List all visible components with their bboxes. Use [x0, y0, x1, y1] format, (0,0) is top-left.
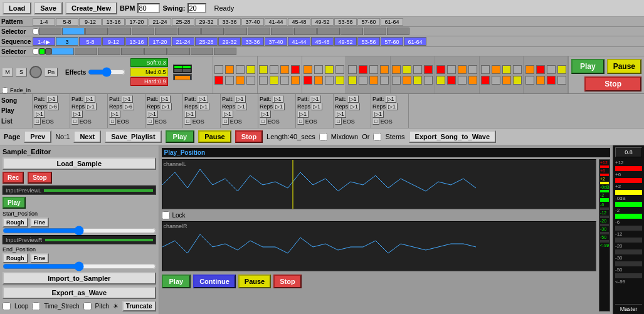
- sel-2[interactable]: [62, 28, 85, 35]
- pan-knob[interactable]: [29, 66, 42, 78]
- sel-16[interactable]: [387, 28, 409, 35]
- seq-cell-8[interactable]: 25-28: [195, 37, 218, 46]
- seq-cell-12[interactable]: 41-44: [288, 37, 310, 46]
- b6[interactable]: [225, 76, 234, 85]
- seq-cell-15[interactable]: 53-56: [357, 37, 380, 46]
- play-button-top[interactable]: Play: [571, 59, 604, 74]
- pat-cell-15[interactable]: 57-60: [357, 18, 380, 26]
- save-button[interactable]: Save: [34, 2, 63, 14]
- start-pos-slider[interactable]: [3, 228, 156, 233]
- sel2-8[interactable]: [214, 48, 236, 55]
- seq-cell-9[interactable]: 29-32: [218, 37, 241, 46]
- sel-8[interactable]: [201, 28, 224, 35]
- pat-cell-11[interactable]: 41-44: [265, 18, 287, 26]
- pat-cell-5[interactable]: 17-20: [125, 18, 148, 26]
- sel2-7[interactable]: [191, 48, 213, 55]
- sel-10[interactable]: [248, 28, 270, 35]
- load-button[interactable]: Load: [3, 2, 31, 14]
- sel-12[interactable]: [294, 28, 317, 35]
- b2[interactable]: [225, 65, 234, 74]
- stop-button-top[interactable]: Stop: [584, 76, 641, 92]
- pat-cell-9[interactable]: 33-36: [218, 18, 241, 26]
- sel-4[interactable]: [108, 28, 131, 35]
- eos-btn[interactable]: □: [34, 118, 41, 125]
- end-pos-slider[interactable]: [3, 264, 156, 269]
- seq-cell-14[interactable]: 49-52: [334, 37, 357, 46]
- bpm-input[interactable]: [137, 3, 160, 13]
- pat-cell-1[interactable]: 1-4: [33, 18, 55, 26]
- sel-11[interactable]: [271, 28, 293, 35]
- patt-arrow[interactable]: ▷1: [46, 95, 58, 103]
- rec-button[interactable]: Rec: [3, 172, 24, 184]
- pitch-checkbox[interactable]: [83, 302, 92, 310]
- pat-cell-2[interactable]: 5-8: [56, 18, 78, 26]
- seq-cell-1[interactable]: 1-4▶: [33, 37, 55, 46]
- stems-checkbox[interactable]: [373, 133, 381, 141]
- seq-cell-17[interactable]: 61-64: [404, 37, 426, 46]
- pat-cell-10[interactable]: 37-40: [241, 18, 264, 26]
- stop-bottom-button[interactable]: Stop: [273, 275, 301, 288]
- b5[interactable]: [214, 76, 223, 85]
- next-button[interactable]: Next: [73, 130, 101, 143]
- selector-checkbox-2[interactable]: [33, 48, 39, 55]
- pat-cell-3[interactable]: 9-12: [79, 18, 102, 26]
- soft-button[interactable]: Soft:0.3: [130, 58, 168, 67]
- hard-button[interactable]: Hard:0.9: [130, 77, 168, 86]
- patt2[interactable]: ▷1: [84, 95, 95, 103]
- sel-6[interactable]: [155, 28, 177, 35]
- reps-val[interactable]: ▷6: [48, 103, 59, 110]
- s-button[interactable]: S: [16, 68, 27, 76]
- sel-13[interactable]: [317, 28, 340, 35]
- selector-checkbox-1[interactable]: [33, 28, 39, 34]
- seq-cell-11[interactable]: 37-40: [265, 37, 287, 46]
- sel-3[interactable]: [85, 28, 108, 35]
- m-button[interactable]: M: [2, 68, 13, 76]
- sel-14[interactable]: [340, 28, 363, 35]
- play-val[interactable]: ▷1: [34, 110, 45, 118]
- seq-cell-2[interactable]: 3: [56, 37, 78, 46]
- pat-cell-16[interactable]: 61-64: [381, 18, 403, 26]
- sel-9[interactable]: [224, 28, 247, 35]
- seq-cell-7[interactable]: 21-24: [172, 37, 194, 46]
- truncate-button[interactable]: Truncate: [122, 301, 156, 311]
- pat-cell-4[interactable]: 13-16: [102, 18, 125, 26]
- pause-button-top[interactable]: Pause: [607, 59, 641, 74]
- pat-cell-7[interactable]: 25-28: [172, 18, 194, 26]
- seq-cell-5[interactable]: 13-16: [125, 37, 148, 46]
- export-wave-button[interactable]: Export_as_Wave: [3, 286, 156, 299]
- page-stop-button[interactable]: Stop: [235, 130, 263, 143]
- pat-cell-6[interactable]: 21-24: [149, 18, 171, 26]
- b4[interactable]: [246, 65, 255, 74]
- pat-cell-14[interactable]: 53-56: [334, 18, 357, 26]
- import-button[interactable]: Import_to_Sampler: [3, 272, 156, 285]
- play-button-se[interactable]: Play: [3, 197, 26, 209]
- lock-checkbox[interactable]: [162, 211, 170, 219]
- seq-cell-3[interactable]: 5-8: [79, 37, 102, 46]
- seq-cell-13[interactable]: 45-48: [311, 37, 334, 46]
- mixdown-checkbox[interactable]: [319, 133, 327, 141]
- play-bottom-button[interactable]: Play: [162, 275, 191, 288]
- pan-button[interactable]: Pn: [45, 68, 58, 76]
- loop-checkbox[interactable]: [3, 302, 11, 310]
- b3[interactable]: [236, 65, 245, 74]
- fade-in-checkbox[interactable]: [2, 87, 8, 93]
- export-song-button[interactable]: Export_Song_to_Wave: [409, 130, 496, 143]
- sel-1[interactable]: [39, 28, 61, 35]
- sel-5[interactable]: [132, 28, 154, 35]
- play2[interactable]: ▷1: [71, 110, 83, 118]
- page-play-button[interactable]: Play: [166, 130, 195, 143]
- prev-button[interactable]: Prev: [24, 130, 51, 143]
- sel2-3[interactable]: [98, 48, 120, 55]
- pat-cell-8[interactable]: 29-32: [195, 18, 218, 26]
- sel2-6[interactable]: [167, 48, 190, 55]
- pat-cell-12[interactable]: 45-48: [288, 18, 310, 26]
- seq-cell-16[interactable]: 57-60: [381, 37, 403, 46]
- pause-bottom-button[interactable]: Pause: [238, 275, 271, 288]
- sel2-2[interactable]: [75, 48, 97, 55]
- sel2-1[interactable]: [51, 48, 74, 55]
- b7[interactable]: [236, 76, 245, 85]
- save-playlist-button[interactable]: Save_Playlist: [105, 130, 161, 143]
- b8[interactable]: [246, 76, 255, 85]
- stop-button-se[interactable]: Stop: [28, 172, 51, 184]
- effects-slider[interactable]: [88, 70, 125, 75]
